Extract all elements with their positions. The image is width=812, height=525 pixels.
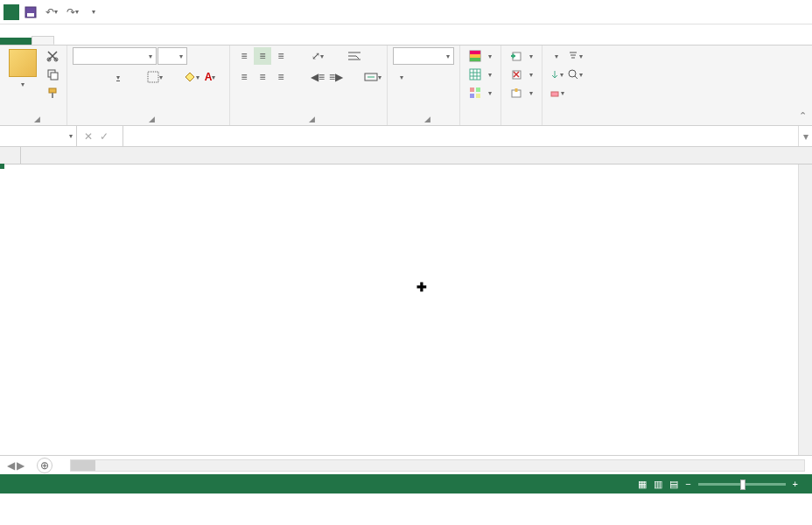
name-box[interactable]: ▾ — [0, 126, 77, 146]
alignment-dialog-launcher[interactable]: ◢ — [309, 115, 315, 123]
number-dialog-launcher[interactable]: ◢ — [424, 115, 430, 123]
zoom-in-button[interactable]: + — [793, 479, 798, 489]
align-right-button[interactable]: ≡ — [272, 68, 290, 86]
format-painter-button[interactable] — [44, 84, 61, 102]
insert-cells-button[interactable]: ▾ — [507, 47, 536, 65]
svg-rect-5 — [51, 73, 58, 80]
tab-team[interactable] — [180, 38, 201, 45]
fill-color-button[interactable]: ▾ — [183, 68, 200, 86]
group-styles: ▾ ▾ ▾ — [460, 46, 501, 125]
clear-button[interactable]: ▾ — [548, 84, 565, 102]
copy-button[interactable] — [44, 66, 61, 83]
align-center-button[interactable]: ≡ — [254, 68, 271, 86]
increase-indent-button[interactable]: ≡▶ — [327, 68, 345, 86]
format-as-table-button[interactable]: ▾ — [466, 66, 495, 83]
insert-icon — [510, 50, 522, 62]
format-cells-button[interactable]: ▾ — [507, 84, 536, 102]
align-top-button[interactable]: ≡ — [235, 47, 253, 65]
worksheet-grid[interactable]: ✚ — [0, 147, 812, 455]
accounting-format-button[interactable]: ▾ — [393, 68, 410, 86]
svg-rect-14 — [470, 69, 480, 80]
group-font: ▾ ▾ ▾ ▾ ▾ A▾ ◢ — [67, 46, 230, 125]
page-layout-view-button[interactable]: ▥ — [654, 479, 662, 490]
svg-rect-16 — [476, 88, 480, 92]
ribbon-tabs — [0, 24, 812, 46]
page-break-view-button[interactable]: ▤ — [669, 479, 678, 490]
formula-enter-button[interactable]: ✓ — [100, 130, 108, 143]
excel-app-icon — [4, 4, 19, 20]
status-bar: ▦ ▥ ▤ − + — [0, 474, 812, 494]
decrease-font-button[interactable] — [206, 47, 224, 65]
comma-format-button[interactable] — [430, 68, 447, 86]
tab-formulas[interactable] — [96, 38, 117, 45]
percent-format-button[interactable] — [411, 68, 429, 86]
fill-button[interactable]: ▾ — [548, 66, 565, 83]
merge-center-button[interactable]: ▾ — [364, 68, 382, 86]
ribbon-display-options-button[interactable] — [714, 3, 735, 22]
align-middle-button[interactable]: ≡ — [254, 47, 271, 65]
orientation-button[interactable]: ⤢▾ — [309, 47, 326, 65]
align-left-button[interactable]: ≡ — [235, 68, 253, 86]
tab-review[interactable] — [138, 38, 159, 45]
font-color-button[interactable]: A▾ — [201, 68, 219, 86]
conditional-formatting-button[interactable]: ▾ — [466, 47, 495, 65]
tab-view[interactable] — [159, 38, 180, 45]
help-button[interactable] — [690, 3, 710, 22]
increase-decimal-button[interactable] — [393, 89, 410, 107]
formula-input[interactable] — [123, 126, 798, 146]
qat-customize-icon[interactable]: ▾ — [84, 3, 103, 22]
tab-insert[interactable] — [54, 38, 75, 45]
save-icon[interactable] — [21, 3, 40, 22]
restore-button[interactable] — [763, 3, 784, 22]
vertical-scrollbar[interactable] — [798, 164, 812, 455]
decrease-decimal-button[interactable] — [411, 89, 429, 107]
redo-icon[interactable]: ↷▾ — [63, 3, 82, 22]
clipboard-dialog-launcher[interactable]: ◢ — [34, 115, 40, 123]
new-sheet-button[interactable]: ⊕ — [37, 458, 52, 473]
horizontal-scrollbar[interactable] — [70, 459, 805, 472]
group-number: ▾ ▾ ◢ — [388, 46, 460, 125]
font-dialog-launcher[interactable]: ◢ — [149, 115, 155, 123]
underline-button[interactable]: ▾ — [109, 68, 127, 86]
paste-button[interactable]: ▾ — [5, 47, 40, 90]
sheet-nav-next[interactable]: ▶ — [17, 459, 24, 472]
cell-cursor-icon: ✚ — [416, 280, 427, 294]
delete-cells-button[interactable]: ▾ — [507, 66, 536, 83]
tab-page-layout[interactable] — [75, 38, 96, 45]
font-name-select[interactable]: ▾ — [73, 47, 157, 65]
minimize-button[interactable] — [738, 3, 760, 22]
cell-styles-button[interactable]: ▾ — [466, 84, 495, 102]
sheet-tab-bar: ◀ ▶ ⊕ — [0, 455, 812, 474]
bold-button[interactable] — [73, 68, 90, 86]
formula-cancel-button[interactable]: ✕ — [84, 130, 93, 143]
collapse-ribbon-button[interactable]: ⌃ — [799, 110, 807, 122]
number-format-select[interactable]: ▾ — [393, 47, 454, 65]
cut-button[interactable] — [44, 47, 61, 65]
expand-formula-bar-button[interactable]: ▾ — [798, 126, 812, 146]
borders-button[interactable]: ▾ — [146, 68, 164, 86]
sheet-nav-prev[interactable]: ◀ — [7, 459, 15, 472]
group-cells: ▾ ▾ ▾ — [501, 46, 542, 125]
select-all-corner[interactable] — [0, 147, 21, 164]
chevron-down-icon: ▾ — [21, 80, 24, 88]
font-size-select[interactable]: ▾ — [158, 47, 187, 65]
formula-bar: ▾ ✕ ✓ ▾ — [0, 126, 812, 147]
decrease-indent-button[interactable]: ◀≡ — [309, 68, 326, 86]
italic-button[interactable] — [91, 68, 108, 86]
find-select-button[interactable]: ▾ — [566, 66, 584, 83]
close-button[interactable] — [788, 3, 808, 22]
tab-file[interactable] — [0, 38, 32, 45]
tab-data[interactable] — [117, 38, 138, 45]
sort-filter-button[interactable]: ▾ — [566, 47, 584, 65]
svg-rect-17 — [470, 94, 474, 98]
align-bottom-button[interactable]: ≡ — [272, 47, 290, 65]
increase-font-button[interactable] — [188, 47, 206, 65]
undo-icon[interactable]: ↶▾ — [42, 3, 61, 22]
zoom-out-button[interactable]: − — [685, 479, 690, 489]
conditional-formatting-icon — [469, 50, 481, 62]
autosum-button[interactable]: ▾ — [548, 47, 565, 65]
zoom-slider[interactable] — [698, 483, 786, 486]
wrap-text-button[interactable] — [346, 47, 363, 65]
normal-view-button[interactable]: ▦ — [638, 479, 647, 490]
tab-home[interactable] — [32, 36, 54, 45]
